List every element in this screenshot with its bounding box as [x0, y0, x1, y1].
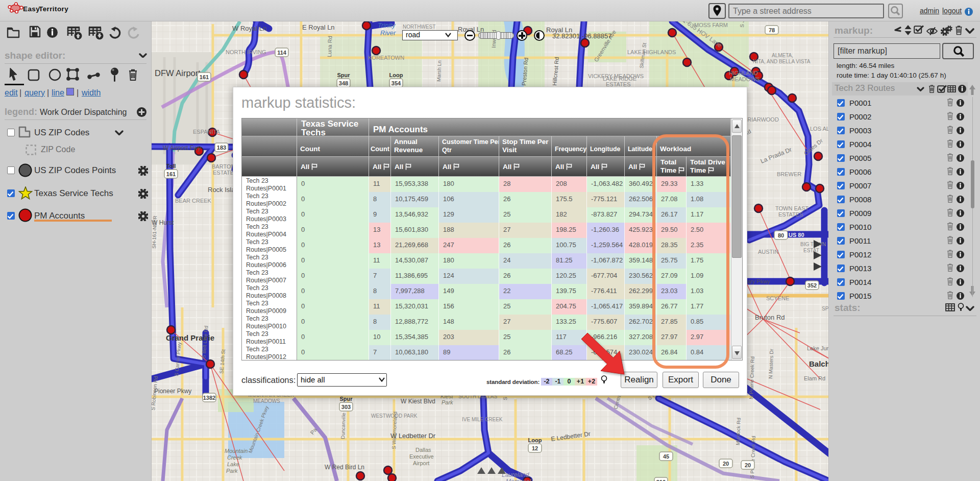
svg-text:Toll: Toll	[166, 163, 176, 169]
svg-text:Dallas: Dallas	[415, 447, 431, 453]
svg-text:Murdock Rd: Murdock Rd	[735, 418, 742, 445]
svg-text:Lake Jun: Lake Jun	[807, 345, 829, 351]
svg-text:NITA, AND BELLA VISTA: NITA, AND BELLA VISTA	[753, 59, 811, 64]
svg-text:LAKE HIGHLANDS: LAKE HIGHLANDS	[627, 49, 676, 55]
svg-text:Luna Rd: Luna Rd	[326, 36, 333, 57]
svg-text:SCYENE: SCYENE	[766, 295, 789, 301]
svg-text:ESTATES: ESTATES	[778, 211, 803, 218]
svg-text:45: 45	[663, 453, 669, 460]
svg-text:Mountain: Mountain	[225, 448, 248, 454]
svg-text:303: 303	[341, 404, 351, 410]
svg-text:Pioneer Pkwy: Pioneer Pkwy	[154, 388, 191, 395]
svg-text:W Airport Fwy: W Airport Fwy	[163, 145, 201, 152]
svg-text:US 80: US 80	[789, 232, 804, 238]
svg-text:Trinity: Trinity	[378, 21, 396, 29]
svg-text:Loop: Loop	[528, 437, 542, 443]
svg-text:Spur: Spur	[339, 396, 353, 402]
svg-text:DFW Airport: DFW Airport	[155, 68, 201, 78]
svg-text:S Ju: S Ju	[739, 21, 745, 28]
svg-text:183: 183	[217, 145, 226, 151]
svg-text:HIGHLAND: HIGHLAND	[729, 70, 758, 76]
svg-text:N Masters Dr: N Masters Dr	[768, 348, 774, 379]
svg-text:Executive: Executive	[409, 453, 434, 460]
svg-text:161: 161	[166, 171, 176, 177]
svg-text:Marsh Ln: Marsh Ln	[436, 60, 442, 82]
svg-text:ESTAT: ESTAT	[803, 248, 819, 253]
svg-text:114: 114	[277, 50, 287, 56]
svg-text:BRIARWOOD: BRIARWOOD	[744, 116, 779, 123]
svg-text:12: 12	[532, 445, 538, 451]
svg-text:TOWN EAST: TOWN EAST	[775, 205, 808, 211]
svg-text:Creek: Creek	[227, 454, 242, 461]
svg-text:ESPANITA: ESPANITA	[193, 129, 220, 135]
svg-text:KOREATOWN: KOREATOWN	[368, 55, 404, 61]
svg-text:BREWER: BREWER	[777, 171, 801, 177]
svg-text:ALMETA,: ALMETA,	[772, 53, 793, 58]
svg-text:161: 161	[200, 74, 209, 80]
svg-text:LOS ALTOS: LOS ALTOS	[810, 126, 829, 132]
svg-text:NORTH IRVING: NORTH IRVING	[226, 49, 266, 55]
svg-text:Lake: Lake	[227, 461, 239, 467]
svg-text:W Kiest Blvd: W Kiest Blvd	[401, 398, 435, 405]
svg-text:Laureland: Laureland	[502, 471, 529, 478]
svg-text:MEADOWS: MEADOWS	[253, 398, 280, 404]
svg-text:BEAR CREEK: BEAR CREEK	[175, 198, 212, 204]
svg-text:AUSTIN: AUSTIN	[758, 249, 778, 255]
svg-text:Loop: Loop	[389, 72, 403, 78]
svg-text:W Red Bird Ln: W Red Bird Ln	[325, 464, 364, 471]
svg-text:MEADOWS: MEADOWS	[730, 76, 760, 82]
svg-text:Territory: Territory	[39, 5, 68, 13]
svg-text:Elam Rd: Elam Rd	[804, 375, 825, 381]
svg-text:1382: 1382	[203, 395, 215, 401]
svg-text:SPR: SPR	[822, 306, 829, 311]
svg-text:BARTON: BARTON	[212, 163, 235, 170]
svg-text:W Royal Ln: W Royal Ln	[232, 25, 266, 32]
svg-text:78: 78	[769, 27, 775, 33]
svg-text:IVE MILE CREEK: IVE MILE CREEK	[462, 417, 503, 422]
svg-text:BIG TOWN: BIG TOWN	[800, 242, 826, 247]
svg-text:Park: Park	[442, 399, 453, 405]
svg-text:River: River	[380, 29, 396, 37]
svg-text:310: 310	[656, 479, 666, 481]
svg-text:Memorial: Memorial	[506, 478, 531, 481]
svg-text:352: 352	[807, 282, 817, 288]
svg-text:354: 354	[391, 80, 401, 86]
svg-text:20: 20	[745, 462, 751, 468]
svg-text:Easy: Easy	[23, 5, 40, 13]
svg-text:Spur: Spur	[337, 72, 350, 78]
svg-text:80: 80	[778, 232, 784, 238]
svg-text:20: 20	[723, 461, 729, 467]
svg-text:W Ledbetter Dr: W Ledbetter Dr	[390, 432, 436, 440]
svg-text:Park: Park	[226, 468, 238, 474]
svg-text:E Royal Ln: E Royal Ln	[302, 23, 335, 31]
svg-text:Airport: Airport	[413, 460, 429, 466]
svg-text:NORTHWEST: NORTHWEST	[403, 24, 435, 30]
svg-text:Bruton Rd: Bruton Rd	[755, 314, 785, 321]
svg-text:ary Pkwy: ary Pkwy	[747, 278, 770, 284]
svg-text:Balch: Balch	[809, 359, 829, 368]
svg-text:348: 348	[339, 80, 348, 86]
